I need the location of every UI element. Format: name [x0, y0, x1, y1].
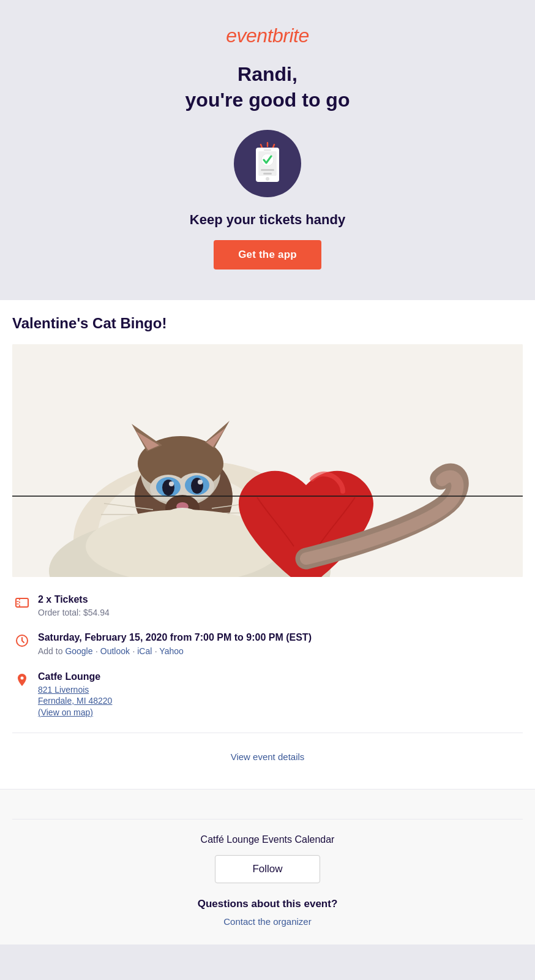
- tickets-row: 2 x Tickets Order total: $54.94: [15, 594, 520, 617]
- svg-line-1: [273, 145, 274, 148]
- phone-circle: [234, 130, 301, 197]
- phone-icon: [251, 141, 284, 186]
- yahoo-calendar-link[interactable]: Yahoo: [159, 646, 183, 656]
- info-section: 2 x Tickets Order total: $54.94 Saturday…: [12, 594, 523, 718]
- svg-rect-9: [264, 149, 271, 151]
- venue-content: Catfe Lounge 821 Livernois Ferndale, MI …: [38, 671, 112, 718]
- location-pin-icon: [15, 673, 29, 687]
- eventbrite-logo: eventbrite: [12, 24, 523, 47]
- svg-point-8: [266, 177, 269, 181]
- keep-tickets-text: Keep your tickets handy: [12, 212, 523, 228]
- event-title: Valentine's Cat Bingo!: [12, 315, 523, 332]
- clock-icon: [15, 633, 29, 648]
- event-image: [12, 344, 523, 577]
- divider-2: [12, 819, 523, 820]
- view-event-details-link[interactable]: View event details: [12, 745, 523, 774]
- datetime-row: Saturday, February 15, 2020 from 7:00 PM…: [15, 632, 520, 657]
- tickets-total: Order total: $54.94: [38, 608, 110, 617]
- google-calendar-link[interactable]: Google: [65, 646, 92, 656]
- phone-icon-wrapper: [12, 130, 523, 197]
- main-content: Valentine's Cat Bingo!: [0, 300, 535, 789]
- event-datetime: Saturday, February 15, 2020 from 7:00 PM…: [38, 632, 312, 643]
- ical-calendar-link[interactable]: iCal: [137, 646, 152, 656]
- svg-point-27: [198, 480, 203, 484]
- cat-image-area: [12, 344, 523, 577]
- calendar-links: Add to Google · Outlook · iCal · Yahoo: [38, 646, 312, 657]
- hero-title-line2: you're good to go: [185, 89, 350, 111]
- svg-line-2: [261, 145, 262, 148]
- divider-1: [12, 733, 523, 733]
- questions-text: Questions about this event?: [12, 898, 523, 910]
- follow-button[interactable]: Follow: [215, 855, 320, 883]
- venue-name: Catfe Lounge: [38, 671, 112, 682]
- tickets-content: 2 x Tickets Order total: $54.94: [38, 594, 110, 617]
- tickets-quantity: 2 x Tickets: [38, 594, 110, 605]
- organizer-section: Catfé Lounge Events Calendar Follow Ques…: [0, 789, 535, 944]
- svg-rect-6: [261, 169, 274, 171]
- get-app-button[interactable]: Get the app: [214, 240, 321, 270]
- venue-row: Catfe Lounge 821 Livernois Ferndale, MI …: [15, 671, 520, 718]
- hero-section: eventbrite Randi, you're good to go: [0, 0, 535, 300]
- datetime-content: Saturday, February 15, 2020 from 7:00 PM…: [38, 632, 312, 657]
- ticket-icon: [15, 595, 29, 610]
- venue-address-line1[interactable]: 821 Livernois: [38, 685, 112, 695]
- cat-illustration: [12, 344, 523, 577]
- hero-title: Randi, you're good to go: [12, 62, 523, 113]
- contact-organizer-link[interactable]: Contact the organizer: [223, 916, 311, 927]
- hero-title-line1: Randi,: [238, 63, 297, 85]
- svg-rect-45: [16, 598, 28, 607]
- add-to-label: Add to: [38, 646, 65, 656]
- view-map-link[interactable]: (View on map): [38, 707, 93, 717]
- svg-point-26: [169, 481, 174, 486]
- svg-point-47: [21, 677, 24, 680]
- outlook-calendar-link[interactable]: Outlook: [100, 646, 130, 656]
- organizer-name: Catfé Lounge Events Calendar: [12, 834, 523, 845]
- svg-rect-7: [263, 173, 272, 175]
- venue-address-line2[interactable]: Ferndale, MI 48220: [38, 696, 112, 706]
